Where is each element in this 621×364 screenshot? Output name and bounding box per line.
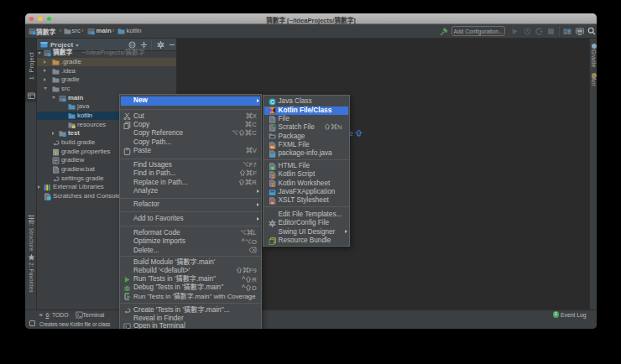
svg-text:C: C — [270, 99, 274, 105]
svg-text:xs: xs — [270, 200, 274, 204]
svg-text:fx: fx — [271, 145, 274, 148]
svg-text:5: 5 — [271, 166, 273, 169]
